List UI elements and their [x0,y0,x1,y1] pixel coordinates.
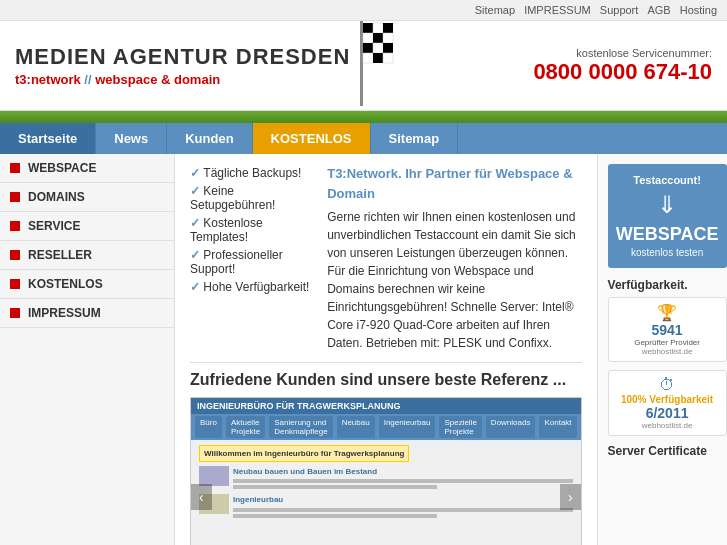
bullet-icon [10,279,20,289]
bullet-backups: Tägliche Backups! [190,164,317,182]
sidebar-item-reseller[interactable]: RESELLER [0,241,174,270]
bullet-icon [10,221,20,231]
prev-nav-3: Sanierung und Denkmalpflege [269,416,332,438]
preview-row-2: Ingenieurbau [199,494,573,519]
preview-next-button[interactable]: › [560,484,581,510]
t3network-label: T3:Network. [327,166,401,181]
divider [190,362,582,363]
sidebar-item-kostenlos[interactable]: KOSTENLOS [0,270,174,299]
download-icon: ⇓ [613,191,722,219]
preview-text-1: Neubau bauen und Bauen im Bestand [233,466,573,491]
testaccount-title: Testaccount! [613,174,722,186]
bullet-setup: Keine Setupgebühren! [190,182,317,214]
preview-prev-button[interactable]: ‹ [191,484,212,510]
sidebar-item-domains[interactable]: DOMAINS [0,183,174,212]
sidebar-item-impressum[interactable]: IMPRESSUM [0,299,174,328]
subtitle-separator: // [84,72,95,87]
site-subtitle: t3:network // webspace & domain [15,72,350,87]
sidebar-service-label: SERVICE [28,219,80,233]
prev-nav-8: Kontakt [539,416,576,438]
main-navigation: Startseite News Kunden KOSTENLOS Sitemap [0,123,727,154]
customers-title: Zufriedene Kunden sind unsere beste Refe… [190,371,582,389]
intro-title: T3:Network. Ihr Partner für Webspace & D… [327,164,581,203]
network-label: t3:network [15,72,81,87]
bullet-icon [10,192,20,202]
bullet-availability: Hohe Verfügbarkeit! [190,278,317,296]
svg-rect-10 [363,53,373,63]
preview-line-short [233,485,437,489]
sidebar-kostenlos-label: KOSTENLOS [28,277,103,291]
service-number: 0800 0000 674-10 [533,59,712,85]
svg-rect-3 [383,23,393,33]
badge-label-1: Geprüfter Provider [614,338,721,347]
preview-line-short-2 [233,514,437,518]
svg-rect-2 [373,23,383,33]
header-flag [324,21,404,106]
bullet-icon [10,163,20,173]
sidebar-domains-label: DOMAINS [28,190,85,204]
preview-news-title-1: Neubau bauen und Bauen im Bestand [233,466,573,477]
sitemap-link[interactable]: Sitemap [475,4,515,16]
preview-text-2: Ingenieurbau [233,494,573,519]
preview-line [233,479,573,483]
nav-kostenlos[interactable]: KOSTENLOS [253,123,371,154]
right-sidebar: Testaccount! ⇓ WEBSPACE kostenlos testen… [597,154,727,545]
content-intro: T3:Network. Ihr Partner für Webspace & D… [327,164,581,352]
nav-startseite[interactable]: Startseite [0,123,96,154]
sidebar: WEBSPACE DOMAINS SERVICE RESELLER KOSTEN… [0,154,175,545]
svg-rect-4 [363,33,373,43]
bullet-icon [10,250,20,260]
clock-icon: ⏱ [614,376,721,394]
header-left: MEDIEN AGENTUR DRESDEN t3:network // web… [15,44,350,87]
badge-num-1: 5941 [614,322,721,338]
svg-rect-12 [383,53,393,63]
svg-rect-0 [360,21,363,106]
top-bar: Sitemap IMPRESSUM Support AGB Hosting [0,0,727,21]
content-top: Tägliche Backups! Keine Setupgebühren! K… [190,164,582,352]
verfugbarkeit-title: Verfügbarkeit. [608,278,727,292]
server-cert-title: Server Certificate [608,444,727,458]
service-label: kostenlose Servicenummer: [533,47,712,59]
impressum-link[interactable]: IMPRESSUM [524,4,591,16]
agb-link[interactable]: AGB [647,4,670,16]
svg-rect-7 [363,43,373,53]
site-title: MEDIEN AGENTUR DRESDEN [15,44,350,70]
sidebar-reseller-label: RESELLER [28,248,92,262]
availability-label: 100% Verfügbarkeit [614,394,721,405]
preview-highlight: Willkommen im Ingenieurbüro für Tragwerk… [199,445,409,462]
sidebar-item-webspace[interactable]: WEBSPACE [0,154,174,183]
bullet-templates: Kostenlose Templates! [190,214,317,246]
svg-rect-5 [373,33,383,43]
preview-nav: Büro Aktuelle Projekte Sanierung und Den… [191,414,581,440]
preview-row-1: Neubau bauen und Bauen im Bestand [199,466,573,491]
prev-nav-7: Downloads [486,416,536,438]
badge-sub-1: webhostlist.de [614,347,721,356]
prev-nav-6: Spezielle Projekte [439,416,481,438]
nav-sitemap[interactable]: Sitemap [371,123,459,154]
preview-news-title-2: Ingenieurbau [233,494,573,505]
preview-body: Willkommen im Ingenieurbüro für Tragwerk… [191,440,581,528]
sidebar-item-service[interactable]: SERVICE [0,212,174,241]
provider-badge: 🏆 5941 Geprüfter Provider webhostlist.de [608,297,727,362]
header: MEDIEN AGENTUR DRESDEN t3:network // web… [0,21,727,111]
nav-kunden[interactable]: Kunden [167,123,252,154]
svg-rect-1 [363,23,373,33]
nav-news[interactable]: News [96,123,167,154]
bullet-support: Professioneller Support! [190,246,317,278]
webspace-big-label: WEBSPACE [613,224,722,245]
bullet-icon [10,308,20,318]
preview-line-2 [233,508,573,512]
svg-rect-11 [373,53,383,63]
testaccount-box: Testaccount! ⇓ WEBSPACE kostenlos testen [608,164,727,268]
prev-nav-2: Aktuelle Projekte [226,416,265,438]
content-area: Tägliche Backups! Keine Setupgebühren! K… [175,154,597,545]
svg-rect-6 [383,33,393,43]
support-link[interactable]: Support [600,4,639,16]
hosting-link[interactable]: Hosting [680,4,717,16]
feature-bullets: Tägliche Backups! Keine Setupgebühren! K… [190,164,317,352]
badge-sub-2: webhostlist.de [614,421,721,430]
intro-text: Gerne richten wir Ihnen einen kostenlose… [327,208,581,352]
sidebar-webspace-label: WEBSPACE [28,161,96,175]
subtitle-suffix: webspace & domain [95,72,220,87]
header-right: kostenlose Servicenummer: 0800 0000 674-… [533,47,712,85]
